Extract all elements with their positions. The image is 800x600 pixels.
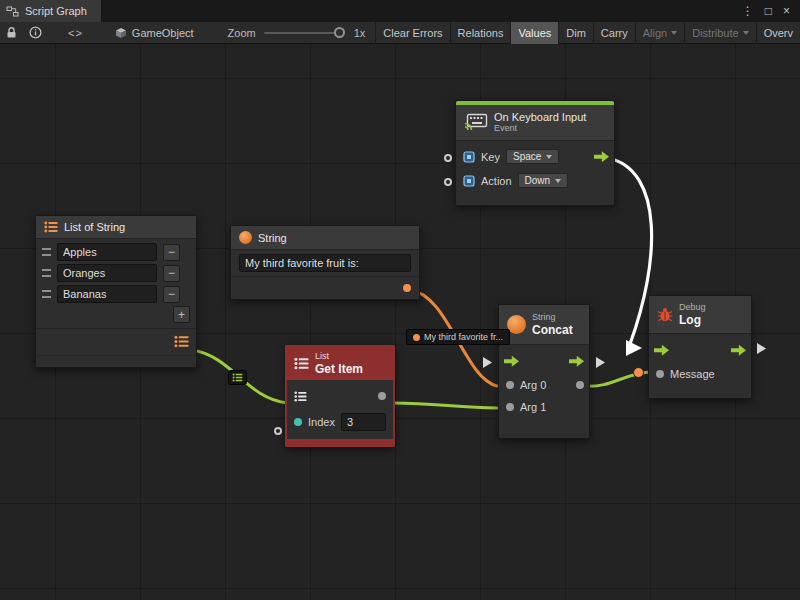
list-output-section (36, 328, 196, 367)
result-output-port[interactable] (576, 381, 584, 389)
value-preview-text: My third favorite fr... (424, 332, 503, 342)
node-title: String (258, 232, 287, 244)
toolbar-buttons: Clear Errors Relations Values Dim Carry … (375, 22, 800, 44)
graph-icon (6, 6, 19, 17)
list-item-field[interactable]: Apples (57, 243, 157, 261)
string-value-badge (633, 367, 644, 378)
list-item-field[interactable]: Oranges (57, 264, 157, 282)
tab-script-graph[interactable]: Script Graph (0, 0, 101, 22)
align-label: Align (643, 27, 667, 39)
clear-errors-button[interactable]: Clear Errors (375, 22, 449, 44)
flow-in-arrow-icon[interactable] (654, 345, 669, 356)
index-input-port[interactable] (294, 418, 302, 426)
remove-item-button[interactable]: − (163, 286, 180, 303)
action-dropdown[interactable]: Down (518, 173, 569, 188)
list-item-row: Bananas − (42, 285, 190, 303)
distribute-button[interactable]: Distribute (684, 22, 755, 44)
lock-icon[interactable] (6, 26, 17, 39)
arg1-label: Arg 1 (520, 401, 546, 413)
list-value-badge (228, 370, 247, 385)
zoom-value: 1x (354, 27, 366, 39)
key-label: Key (481, 151, 500, 163)
overview-button[interactable]: Overv (756, 22, 800, 44)
arg1-input-port[interactable] (506, 403, 514, 411)
window-maximize-icon[interactable]: □ (765, 0, 772, 22)
node-title: On Keyboard Input (494, 111, 586, 123)
graph-toolbar: <> GameObject Zoom 1x Clear Errors Relat… (0, 22, 800, 44)
window-titlebar: Script Graph ⋮ □ × (0, 0, 800, 22)
window-close-icon[interactable]: × (783, 0, 790, 22)
node-title: Concat (532, 323, 573, 337)
remove-item-button[interactable]: − (163, 265, 180, 282)
node-on-keyboard-input[interactable]: On Keyboard Input Event Key Space (455, 100, 615, 206)
key-input-port[interactable] (444, 154, 452, 162)
keycap-icon (463, 175, 475, 187)
tab-title: Script Graph (25, 5, 87, 17)
flow-in-arrow-icon[interactable] (504, 356, 519, 367)
arg0-input-port[interactable] (506, 381, 514, 389)
node-title: List of String (64, 221, 125, 233)
chevron-down-icon (555, 179, 561, 183)
string-value-field[interactable]: My third favorite fruit is: (239, 254, 411, 272)
node-list-of-string[interactable]: List of String Apples − Oranges − Banana… (35, 215, 197, 368)
node-concat[interactable]: String Concat Arg 0 Arg 1 (498, 304, 590, 439)
list-type-icon (44, 221, 58, 233)
index-label: Index (308, 416, 335, 428)
item-output-port[interactable] (378, 392, 386, 400)
values-button[interactable]: Values (510, 22, 558, 44)
distribute-label: Distribute (692, 27, 738, 39)
string-type-icon (239, 231, 252, 244)
remove-item-button[interactable]: − (163, 244, 180, 261)
window-menu-icon[interactable]: ⋮ (742, 0, 754, 22)
list-item-row: Oranges − (42, 264, 190, 282)
gameobject-selector[interactable]: GameObject (115, 27, 194, 39)
chevron-down-icon (546, 155, 552, 159)
index-unconnected-port[interactable] (274, 427, 282, 435)
node-subtitle: Event (494, 123, 586, 134)
node-get-item[interactable]: List Get Item Index 3 (285, 345, 395, 447)
string-value-icon (413, 334, 420, 341)
carry-button[interactable]: Carry (593, 22, 635, 44)
index-value-field[interactable]: 3 (341, 413, 386, 431)
zoom-slider-knob[interactable] (334, 27, 345, 38)
message-input-port[interactable] (656, 370, 664, 378)
node-string-literal[interactable]: String My third favorite fruit is: (230, 225, 420, 300)
unity-script-graph-window: Script Graph ⋮ □ × <> (0, 0, 800, 600)
window-controls: ⋮ □ × (742, 0, 800, 22)
info-icon[interactable] (29, 26, 42, 39)
list-item-field[interactable]: Bananas (57, 285, 157, 303)
string-output-port[interactable] (403, 284, 411, 292)
action-label: Action (481, 175, 512, 187)
list-input-port[interactable] (294, 391, 307, 402)
node-title: Get Item (315, 362, 363, 376)
chevron-down-icon (671, 31, 677, 35)
arg0-label: Arg 0 (520, 379, 546, 391)
chevron-down-icon (743, 31, 749, 35)
code-icon[interactable]: <> (68, 27, 83, 39)
node-debug-log[interactable]: Debug Log Message (648, 295, 752, 399)
action-input-port[interactable] (444, 178, 452, 186)
drag-handle-icon[interactable] (42, 269, 51, 277)
node-category: List (315, 351, 363, 362)
key-dropdown[interactable]: Space (506, 149, 559, 164)
dim-button[interactable]: Dim (558, 22, 593, 44)
keyboard-icon (464, 113, 488, 131)
flow-out-arrow-icon[interactable] (569, 356, 584, 367)
message-label: Message (670, 368, 715, 380)
drag-handle-icon[interactable] (42, 248, 51, 256)
add-item-button[interactable]: + (173, 306, 190, 323)
bug-icon (657, 307, 673, 322)
key-dropdown-value: Space (513, 151, 541, 162)
align-button[interactable]: Align (635, 22, 684, 44)
drag-handle-icon[interactable] (42, 290, 51, 298)
list-output-port[interactable] (174, 335, 189, 348)
list-item-row: Apples − (42, 243, 190, 261)
node-title: Log (679, 313, 706, 327)
flow-out-arrow-icon[interactable] (594, 151, 609, 162)
relations-button[interactable]: Relations (450, 22, 511, 44)
node-category: Debug (679, 302, 706, 313)
zoom-slider[interactable] (264, 32, 344, 34)
flow-out-arrow-icon[interactable] (731, 345, 746, 356)
list-icon (232, 373, 243, 382)
node-category: String (532, 312, 573, 323)
